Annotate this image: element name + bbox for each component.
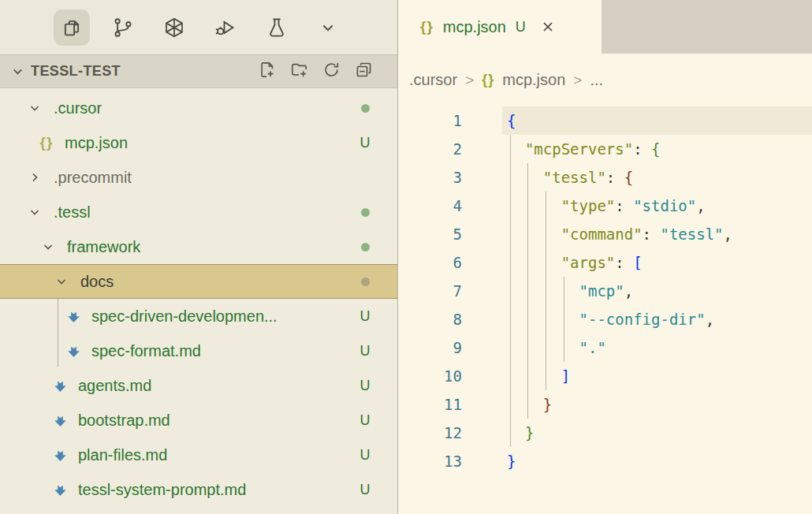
tree-item-spec-format-md[interactable]: spec-format.mdU [0,333,397,368]
tab-title: mcp.json [443,18,506,36]
chevron-right-icon[interactable] [28,171,46,184]
tree-item-precommit[interactable]: .precommit [0,160,397,195]
tree-item-label: mcp.json [65,134,128,152]
code-token: : [615,254,633,271]
refresh-explorer-button[interactable] [321,61,341,82]
chevron-down-icon[interactable] [28,206,46,218]
tree-item-docs[interactable]: docs [0,264,397,299]
code-line-content[interactable]: } [507,390,552,419]
tree-item-tessl[interactable]: .tessl [0,195,397,229]
code-token: "mcp" [579,282,624,300]
code-token: : [633,140,651,158]
line-number[interactable]: 9 [399,333,462,362]
line-number[interactable]: 3 [399,163,462,192]
git-untracked-badge: U [356,343,374,359]
tab-bar: {} mcp.json U [399,0,812,54]
tree-item-framework[interactable]: framework [0,229,397,264]
code-token: , [724,225,732,243]
tree-item-mcp-json[interactable]: {}mcp.jsonU [0,125,397,160]
code-token: } [525,424,534,441]
code-line-content[interactable]: "type": "stdio", [507,192,706,220]
sidebar: TESSL-TEST .cursor{}mcp.jsonU.precommit.… [0,0,398,514]
tree-item-spec-driven-developmen[interactable]: spec-driven-developmen...U [0,299,397,333]
code-token: : [643,225,661,243]
code-token: "command" [561,225,643,243]
code-line-content[interactable]: } [507,447,516,475]
code-line-content[interactable]: } [507,419,534,447]
chevron-down-icon[interactable] [55,275,73,288]
code-token: , [696,197,705,214]
new-file-icon [258,61,276,82]
chevron-down-icon[interactable] [28,102,46,114]
activity-testing-button[interactable] [259,9,295,46]
git-untracked-badge: U [356,482,374,498]
line-number[interactable]: 12 [399,419,462,447]
markdown-file-icon [51,413,69,428]
tree-item-tessl-system-prompt-md[interactable]: tessl-system-prompt.mdU [0,472,397,507]
tree-item-label: spec-format.md [91,342,201,360]
collapse-folders-button[interactable] [353,61,374,82]
tree-item-agents-md[interactable]: agents.mdU [0,368,397,403]
tree-item-bootstrap-md[interactable]: bootstrap.mdU [0,403,397,438]
git-untracked-badge: U [356,135,374,151]
activity-more-views-button[interactable] [310,9,346,46]
tab-mcp-json[interactable]: {} mcp.json U [399,0,602,54]
line-number[interactable]: 7 [399,277,462,305]
line-number[interactable]: 1 [399,106,462,135]
code-line-content[interactable]: ] [507,362,570,390]
markdown-file-icon [51,482,69,497]
code-token: } [507,453,516,470]
git-untracked-badge: U [356,447,374,464]
code-area: 1{2 "mcpServers": {3 "tessl": {4 "type":… [399,106,812,475]
code-line-content[interactable]: "tessl": { [507,163,633,192]
code-token: { [507,112,516,129]
tree-item-plan-files-md[interactable]: plan-files.mdU [0,438,397,472]
new-file-button[interactable] [256,61,277,82]
line-number[interactable]: 11 [399,390,462,419]
explorer-collapse-chevron-icon[interactable] [11,65,24,78]
code-line-content[interactable]: "mcpServers": { [507,135,661,163]
code-line-10: 10 ] [399,362,812,390]
activity-source-control-button[interactable] [105,9,141,46]
line-number[interactable]: 6 [399,248,462,277]
code-line-content[interactable]: "command": "tessl", [507,220,732,248]
code-line-content[interactable]: "mcp", [507,277,633,305]
line-number[interactable]: 5 [399,220,462,248]
explorer-header: TESSL-TEST [0,54,397,88]
code-line-4: 4 "type": "stdio", [399,192,812,220]
git-untracked-badge: U [356,412,374,429]
chevron-down-icon[interactable] [42,240,59,253]
code-line-11: 11 } [399,390,812,419]
line-number[interactable]: 4 [399,192,462,220]
code-line-content[interactable]: { [507,106,516,135]
line-number[interactable]: 2 [399,135,462,163]
tab-close-icon[interactable] [538,17,558,37]
code-token: } [543,396,552,413]
code-token: "." [579,339,606,356]
breadcrumb-segment[interactable]: .cursor [409,71,457,89]
breadcrumb-segment[interactable]: ... [590,71,603,89]
activity-cube-button[interactable] [156,9,192,46]
code-line-content[interactable]: "args": [ [507,248,643,277]
code-line-content[interactable]: "." [507,333,606,362]
activity-explorer-button[interactable] [54,9,90,46]
code-line-content[interactable]: "--config-dir", [507,305,714,333]
code-line-7: 7 "mcp", [399,277,812,305]
code-token [507,225,561,243]
breadcrumb-segment[interactable]: mcp.json [502,71,565,89]
explorer-title: TESSL-TEST [31,63,121,80]
tree-item-cursor[interactable]: .cursor [0,91,397,125]
line-number[interactable]: 13 [399,447,462,475]
code-line-9: 9 "." [399,333,812,362]
refresh-explorer-icon [322,61,341,82]
markdown-file-icon [51,378,69,393]
line-number[interactable]: 10 [399,362,462,390]
tree-item-label: spec-driven-developmen... [91,307,277,326]
testing-icon [265,16,289,39]
line-number[interactable]: 8 [399,305,462,333]
tree-item-label: agents.md [78,377,151,395]
tree-item-label: tessl-system-prompt.md [78,481,246,499]
new-folder-button[interactable] [289,61,309,82]
tree-item-label: framework [67,238,140,256]
activity-run-debug-button[interactable] [207,9,244,46]
